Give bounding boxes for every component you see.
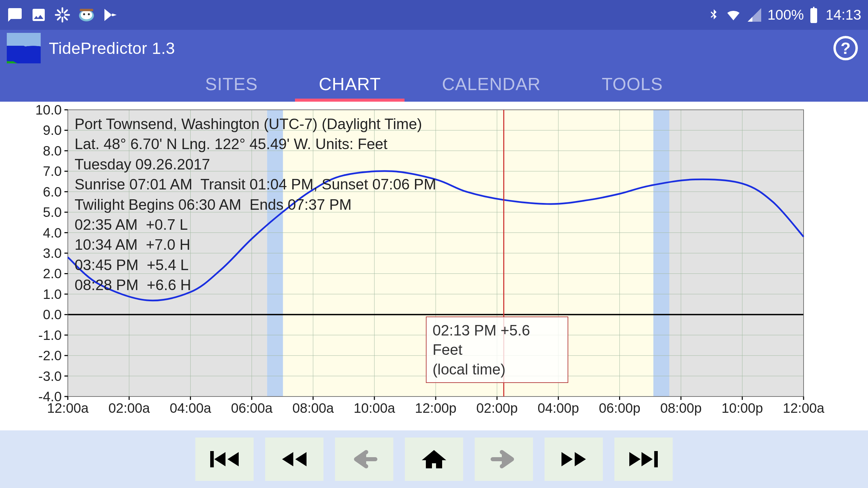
svg-text:4.0: 4.0 bbox=[43, 225, 62, 240]
info-sun: Sunrise 07:01 AM Transit 01:04 PM, Sunse… bbox=[75, 174, 436, 194]
svg-text:8.0: 8.0 bbox=[43, 143, 62, 158]
svg-text:06:00p: 06:00p bbox=[599, 401, 640, 415]
chart-nav-bar bbox=[0, 430, 868, 488]
info-latlng: Lat. 48° 6.70' N Lng. 122° 45.49' W. Uni… bbox=[75, 134, 436, 154]
nav-back-button[interactable] bbox=[335, 438, 393, 481]
tide-chart[interactable]: -4.0-3.0-2.0-1.00.01.02.03.04.05.06.07.0… bbox=[0, 102, 868, 430]
svg-text:3.0: 3.0 bbox=[43, 246, 62, 261]
svg-text:12:00a: 12:00a bbox=[783, 401, 825, 415]
app-bar: TidePredictor 1.3 ? bbox=[0, 30, 868, 66]
svg-marker-98 bbox=[214, 452, 225, 466]
svg-text:2.0: 2.0 bbox=[43, 266, 62, 281]
svg-text:5.0: 5.0 bbox=[43, 205, 62, 220]
svg-text:02:00a: 02:00a bbox=[108, 401, 150, 415]
svg-text:-3.0: -3.0 bbox=[38, 369, 62, 384]
svg-text:08:00a: 08:00a bbox=[292, 401, 334, 415]
tab-label: TOOLS bbox=[602, 74, 663, 94]
svg-point-1 bbox=[81, 11, 92, 19]
svg-marker-102 bbox=[561, 452, 573, 466]
play-store-icon bbox=[102, 7, 119, 23]
tab-label: CALENDAR bbox=[442, 74, 540, 94]
tab-chart[interactable]: CHART bbox=[288, 66, 411, 102]
cursor-readout-box: 02:13 PM +5.6 Feet (local time) bbox=[426, 317, 568, 383]
tab-label: SITES bbox=[205, 74, 258, 94]
svg-marker-103 bbox=[575, 452, 586, 466]
sparkle-notif-icon bbox=[54, 7, 71, 23]
svg-text:10:00a: 10:00a bbox=[354, 401, 395, 415]
tide-event-2: 10:34 AM +7.0 H bbox=[75, 235, 436, 255]
svg-text:-1.0: -1.0 bbox=[38, 328, 62, 343]
tab-bar: SITES CHART CALENDAR TOOLS bbox=[0, 66, 868, 102]
tab-tools[interactable]: TOOLS bbox=[571, 66, 693, 102]
info-location: Port Townsend, Washington (UTC-7) (Dayli… bbox=[75, 114, 436, 134]
nav-rewind-button[interactable] bbox=[265, 438, 323, 481]
svg-text:7.0: 7.0 bbox=[43, 164, 62, 179]
app-title: TidePredictor 1.3 bbox=[49, 39, 175, 58]
nav-fast-forward-button[interactable] bbox=[545, 438, 603, 481]
svg-text:10.0: 10.0 bbox=[35, 102, 62, 117]
svg-text:9.0: 9.0 bbox=[43, 123, 62, 138]
battery-percent: 100% bbox=[767, 7, 804, 23]
chart-info-overlay: Port Townsend, Washington (UTC-7) (Dayli… bbox=[75, 114, 436, 295]
cursor-readout-value: 02:13 PM +5.6 Feet bbox=[433, 321, 561, 359]
svg-marker-101 bbox=[295, 452, 307, 466]
tab-label: CHART bbox=[319, 74, 381, 94]
status-clock: 14:13 bbox=[826, 7, 861, 23]
svg-marker-99 bbox=[228, 452, 239, 466]
svg-text:12:00a: 12:00a bbox=[47, 401, 89, 415]
svg-rect-106 bbox=[654, 451, 658, 467]
svg-text:10:00p: 10:00p bbox=[722, 401, 763, 415]
avatar-notif-icon bbox=[78, 7, 95, 22]
battery-icon bbox=[809, 7, 819, 23]
svg-marker-104 bbox=[629, 452, 640, 466]
svg-point-2 bbox=[83, 13, 85, 15]
signal-icon bbox=[746, 7, 763, 23]
cursor-readout-note: (local time) bbox=[433, 360, 561, 379]
svg-text:08:00p: 08:00p bbox=[660, 401, 702, 415]
nav-forward-button[interactable] bbox=[475, 438, 533, 481]
svg-text:04:00p: 04:00p bbox=[537, 401, 579, 415]
tide-event-1: 02:35 AM +0.7 L bbox=[75, 215, 436, 235]
svg-point-3 bbox=[88, 13, 90, 15]
svg-text:6.0: 6.0 bbox=[43, 184, 62, 199]
svg-text:04:00a: 04:00a bbox=[170, 401, 211, 415]
info-date: Tuesday 09.26.2017 bbox=[75, 154, 436, 174]
image-notif-icon bbox=[31, 7, 47, 23]
help-button[interactable]: ? bbox=[833, 36, 858, 60]
chat-notif-icon bbox=[7, 7, 23, 23]
svg-text:0.0: 0.0 bbox=[43, 307, 62, 322]
svg-marker-105 bbox=[642, 452, 653, 466]
nav-first-button[interactable] bbox=[195, 438, 254, 481]
nav-last-button[interactable] bbox=[614, 438, 673, 481]
tide-event-4: 08:28 PM +6.6 H bbox=[75, 275, 436, 295]
tab-calendar[interactable]: CALENDAR bbox=[411, 66, 571, 102]
tab-sites[interactable]: SITES bbox=[175, 66, 288, 102]
svg-rect-97 bbox=[210, 451, 214, 467]
svg-text:1.0: 1.0 bbox=[43, 287, 62, 302]
wifi-icon bbox=[725, 7, 742, 23]
tide-event-3: 03:45 PM +5.4 L bbox=[75, 255, 436, 275]
status-bar: 100% 14:13 bbox=[0, 0, 868, 30]
svg-text:-2.0: -2.0 bbox=[38, 348, 62, 363]
info-twilight: Twilight Begins 06:30 AM Ends 07:37 PM bbox=[75, 195, 436, 215]
svg-marker-100 bbox=[282, 452, 293, 466]
svg-text:06:00a: 06:00a bbox=[231, 401, 273, 415]
svg-text:12:00p: 12:00p bbox=[415, 401, 456, 415]
app-logo-icon bbox=[7, 33, 41, 63]
svg-rect-4 bbox=[80, 9, 93, 11]
bluetooth-icon bbox=[707, 7, 721, 23]
nav-home-button[interactable] bbox=[405, 438, 463, 481]
svg-text:02:00p: 02:00p bbox=[476, 401, 518, 415]
